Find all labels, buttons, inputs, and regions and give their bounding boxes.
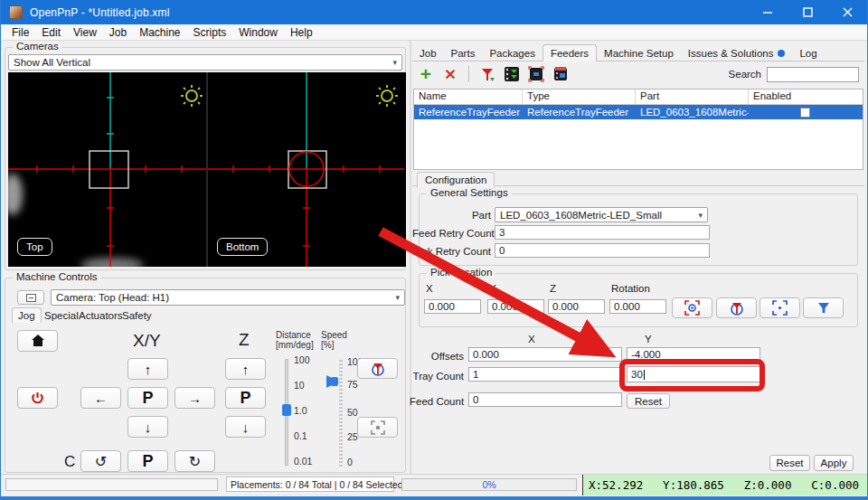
machine-position-readout: X:52.292 Y:180.865 Z:0.000 C:0.000 [582, 475, 868, 495]
jog-z-minus-button[interactable]: ↓ [225, 416, 266, 438]
menu-edit[interactable]: Edit [35, 25, 67, 40]
feed-feeder-button[interactable] [479, 66, 495, 82]
tab-log[interactable]: Log [792, 46, 824, 61]
distance-tick: 10 [294, 380, 305, 391]
feed-count-reset-button[interactable]: Reset [627, 393, 670, 409]
speed-tick: 25 [347, 431, 358, 442]
feeders-table: Name Type Part Enabled ReferenceTrayFeed… [413, 89, 863, 170]
add-feeder-button[interactable]: + [418, 66, 434, 82]
position-c-button[interactable]: P [127, 450, 168, 472]
park-nozzle-button[interactable] [357, 358, 398, 379]
pick-y-input[interactable]: 0.000 [487, 299, 544, 314]
park-camera-button[interactable] [357, 417, 398, 438]
machine-controls-label: Machine Controls [13, 271, 100, 282]
power-icon [31, 392, 44, 405]
speed-tick: 0 [347, 457, 353, 467]
move-camera-to-location-button[interactable] [760, 297, 800, 318]
cell-type: ReferenceTrayFeeder [523, 107, 636, 118]
close-button[interactable] [827, 0, 867, 24]
menu-machine[interactable]: Machine [133, 25, 186, 40]
tray-count-y-input[interactable]: 30 [627, 366, 760, 382]
z-axis-label: Z [239, 330, 250, 350]
capture-camera-location-button[interactable] [672, 297, 712, 318]
move-nozzle-to-location-button[interactable] [803, 297, 844, 318]
menu-job[interactable]: Job [103, 25, 133, 40]
speed-slider-handle[interactable] [326, 375, 339, 388]
menu-scripts[interactable]: Scripts [187, 25, 233, 40]
menu-file[interactable]: File [5, 25, 35, 40]
tab-feeders[interactable]: Feeders [542, 44, 597, 61]
menu-window[interactable]: Window [232, 25, 284, 40]
app-icon [9, 5, 23, 19]
show-feeder-camera-button[interactable] [528, 66, 544, 82]
jog-x-minus-button[interactable]: ← [80, 387, 121, 409]
tab-safety[interactable]: Safety [117, 308, 157, 323]
feeder-camera-icon [528, 66, 544, 82]
offsets-y-input[interactable]: -4.000 [627, 347, 760, 362]
feed-count-input[interactable]: 0 [468, 392, 622, 407]
camera-capture-icon [371, 420, 385, 435]
offsets-x-input[interactable]: 0.000 [468, 347, 622, 362]
menubar: File Edit View Job Machine Scripts Windo… [1, 24, 867, 41]
head-mountable-selector[interactable]: Camera: Top (Head: H1)▾ [51, 289, 405, 306]
openpnp-window: OpenPnP - *Untitled.job.xml File Edit Vi… [0, 0, 868, 500]
jog-c-ccw-button[interactable]: ↺ [80, 450, 121, 472]
jog-x-plus-button[interactable]: → [175, 387, 215, 409]
main-tabs: Job Parts Packages Feeders Machine Setup… [412, 45, 864, 61]
tab-jog[interactable]: Jog [12, 307, 42, 323]
camera-pane-bottom[interactable]: Bottom [206, 72, 404, 267]
jog-y-minus-button[interactable]: ↓ [127, 416, 168, 438]
position-xy-button[interactable]: P [127, 387, 168, 409]
camera-label-bottom: Bottom [217, 238, 268, 256]
tab-configuration[interactable]: Configuration [417, 172, 495, 188]
minimize-button[interactable] [748, 0, 788, 24]
tab-issues-solutions[interactable]: Issues & Solutions [681, 46, 793, 61]
home-button[interactable] [17, 330, 58, 352]
maximize-button[interactable] [788, 0, 827, 24]
pick-rotation-input[interactable]: 0.000 [609, 299, 666, 314]
pick-z-input[interactable]: 0.000 [548, 299, 605, 314]
capture-nozzle-location-button[interactable] [716, 297, 757, 318]
column-header-part[interactable]: Part [636, 90, 749, 104]
part-selector[interactable]: LED_0603_1608Metric-LED_Small▾ [495, 207, 708, 222]
feed-retry-input[interactable]: 3 [495, 225, 710, 240]
jog-c-cw-button[interactable]: ↻ [175, 450, 215, 472]
table-row[interactable]: ReferenceTrayFeeder ReferenceTrayFeeder … [414, 105, 863, 119]
distance-tick: 100 [294, 354, 310, 365]
speed-slider[interactable] [339, 360, 343, 467]
power-button[interactable] [17, 387, 58, 409]
tray-count-x-input[interactable]: 1 [468, 367, 622, 382]
tab-job[interactable]: Job [412, 46, 444, 61]
camera-pane-top[interactable]: Top [8, 72, 206, 267]
jog-z-plus-button[interactable]: ↑ [225, 358, 266, 380]
column-header-name[interactable]: Name [414, 90, 523, 104]
split-divider[interactable] [410, 41, 411, 474]
set-feeder-location-button[interactable] [552, 66, 569, 82]
delete-feeder-button[interactable]: ✕ [442, 66, 458, 82]
position-z-button[interactable]: P [225, 387, 266, 409]
axis-x-label: X [426, 283, 433, 294]
tab-parts[interactable]: Parts [444, 46, 483, 61]
distance-tick: 1.0 [294, 405, 307, 416]
cell-part: LED_0603_1608Metric-LED... [636, 107, 749, 118]
menu-help[interactable]: Help [284, 25, 319, 40]
tab-machine-setup[interactable]: Machine Setup [597, 46, 681, 61]
column-header-enabled[interactable]: Enabled [749, 90, 861, 104]
camera-view-selector[interactable]: Show All Vertical▾ [8, 54, 402, 71]
menu-view[interactable]: View [67, 25, 103, 40]
offsets-label: Offsets [419, 351, 464, 362]
pick-retry-input[interactable]: 0 [495, 243, 710, 258]
pick-feeder-button[interactable] [504, 66, 520, 82]
pick-x-input[interactable]: 0.000 [424, 299, 481, 314]
column-header-type[interactable]: Type [523, 90, 636, 104]
search-input[interactable] [767, 67, 859, 82]
reset-button[interactable]: Reset [769, 455, 810, 471]
tab-packages[interactable]: Packages [482, 46, 542, 61]
enabled-checkbox[interactable] [800, 108, 810, 118]
collapse-button[interactable] [17, 290, 44, 305]
jog-y-plus-button[interactable]: ↑ [127, 358, 168, 380]
chevron-down-icon: ▾ [698, 211, 703, 220]
distance-slider-handle[interactable] [282, 404, 291, 416]
feed-retry-label: Feed Retry Count [412, 228, 491, 239]
apply-button[interactable]: Apply [814, 455, 854, 471]
